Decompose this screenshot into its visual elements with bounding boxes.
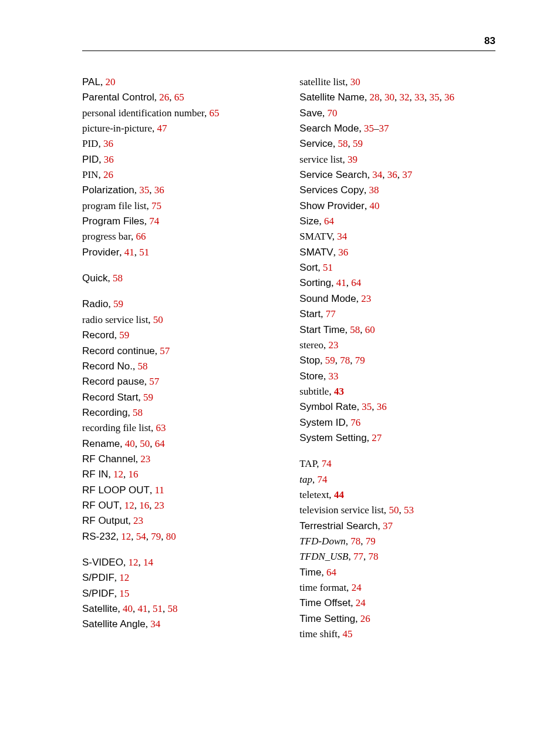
index-entry: Services Copy, 38 [299, 183, 495, 198]
index-entry: stereo, 23 [299, 338, 495, 353]
index-entry: PAL, 20 [82, 75, 288, 90]
index-entry: PID, 36 [82, 152, 288, 167]
index-entry: TAP, 74 [299, 456, 495, 472]
index-entry: Program Files, 74 [82, 214, 288, 229]
index-entry: Polarization, 35, 36 [82, 183, 288, 198]
index-entry: Satellite, 40, 41, 51, 58 [82, 601, 288, 617]
index-entry: Record Start, 59 [82, 390, 288, 405]
index-entry: Recording, 58 [82, 405, 288, 420]
page-number: 83 [484, 35, 495, 46]
index-entry: TFDN_USB, 77, 78 [299, 549, 495, 564]
index-entry: service list, 39 [299, 152, 495, 167]
right-column: satellite list, 30Satellite Name, 28, 30… [299, 75, 495, 642]
page-header: 83 [82, 35, 495, 51]
index-entry: RF IN, 12, 16 [82, 467, 288, 482]
index-entry: satellite list, 30 [299, 75, 495, 90]
index-entry: radio service list, 50 [82, 312, 288, 328]
index-entry: television service list, 50, 53 [299, 503, 495, 518]
index-entry: personal identification number, 65 [82, 106, 288, 121]
index-entry: TFD-Down, 78, 79 [299, 534, 495, 549]
page-content: 83 PAL, 20Parental Control, 26, 65person… [0, 0, 560, 747]
index-entry: Record continue, 57 [82, 344, 288, 359]
index-entry: tap, 74 [299, 472, 495, 487]
index-entry: RF LOOP OUT, 11 [82, 483, 288, 498]
index-entry: Provider, 41, 51 [82, 245, 288, 260]
index-entry: Radio, 59 [82, 297, 288, 312]
index-entry: Sort, 51 [299, 260, 495, 275]
index-entry: Service, 58, 59 [299, 136, 495, 152]
index-entry: Search Mode, 35–37 [299, 121, 495, 136]
index-entry: teletext, 44 [299, 487, 495, 503]
index-entry: RF OUT, 12, 16, 23 [82, 498, 288, 513]
index-entry: picture-in-picture, 47 [82, 121, 288, 136]
index-entry: S-VIDEO, 12, 14 [82, 555, 288, 570]
index-entry: recording file list, 63 [82, 420, 288, 436]
index-entry: Rename, 40, 50, 64 [82, 436, 288, 452]
index-entry: Time Setting, 26 [299, 611, 495, 627]
index-entry: Time Offset, 24 [299, 595, 495, 611]
index-entry: Symbol Rate, 35, 36 [299, 399, 495, 415]
index-entry: progress bar, 66 [82, 229, 288, 244]
index-entry: System ID, 76 [299, 415, 495, 430]
index-entry: Save, 70 [299, 106, 495, 121]
index-entry: Record No., 58 [82, 359, 288, 374]
index-entry: Sound Mode, 23 [299, 291, 495, 307]
index-entry: Terrestrial Search, 37 [299, 519, 495, 534]
index-entry: S/PIDF, 15 [82, 586, 288, 601]
index-entry: Stop, 59, 78, 79 [299, 353, 495, 368]
index-entry: Start Time, 58, 60 [299, 322, 495, 338]
index-entry: RF Output, 23 [82, 513, 288, 529]
index-entry: Quick, 58 [82, 271, 288, 286]
index-entry: S/PDIF, 12 [82, 570, 288, 586]
index-entry: time shift, 45 [299, 627, 495, 642]
index-entry: PID, 36 [82, 136, 288, 152]
index-entry: SMATV, 36 [299, 245, 495, 260]
index-entry: Satellite Angle, 34 [82, 617, 288, 632]
index-columns: PAL, 20Parental Control, 26, 65personal … [82, 75, 495, 642]
index-entry: RS-232, 12, 54, 79, 80 [82, 529, 288, 544]
index-entry: Start, 77 [299, 307, 495, 322]
index-entry: program file list, 75 [82, 198, 288, 214]
left-column: PAL, 20Parental Control, 26, 65personal … [82, 75, 288, 642]
index-entry: SMATV, 34 [299, 229, 495, 244]
index-entry: Store, 33 [299, 369, 495, 384]
index-entry: Parental Control, 26, 65 [82, 90, 288, 105]
index-entry: subtitle, 43 [299, 384, 495, 399]
index-entry: Time, 64 [299, 565, 495, 580]
index-entry: Service Search, 34, 36, 37 [299, 167, 495, 183]
index-entry: time format, 24 [299, 580, 495, 595]
index-entry: System Setting, 27 [299, 430, 495, 446]
index-entry: RF Channel, 23 [82, 452, 288, 467]
index-entry: Satellite Name, 28, 30, 32, 33, 35, 36 [299, 90, 495, 105]
index-entry: Show Provider, 40 [299, 198, 495, 214]
index-entry: Sorting, 41, 64 [299, 275, 495, 291]
index-entry: Record, 59 [82, 328, 288, 343]
index-entry: Record pause, 57 [82, 374, 288, 389]
index-entry: PIN, 26 [82, 167, 288, 183]
index-entry: Size, 64 [299, 214, 495, 229]
